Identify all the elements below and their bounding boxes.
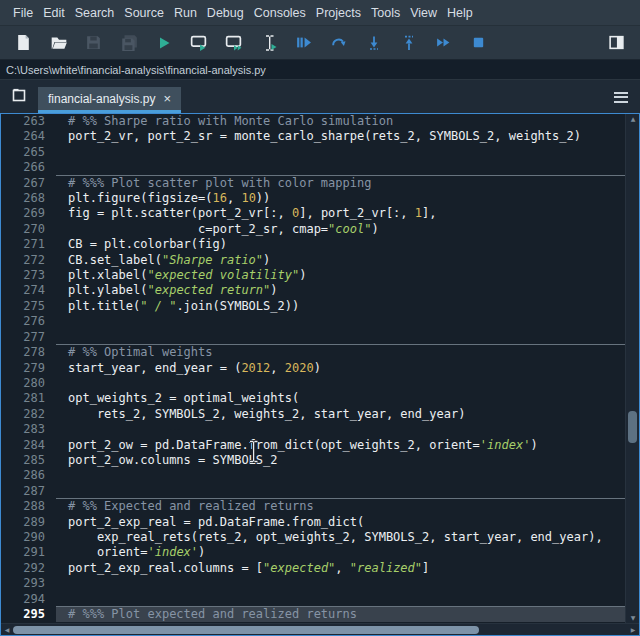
code-area[interactable]: 263# %% Sharpe ratio with Monte Carlo si… [1, 114, 639, 623]
code-line-292[interactable]: 292port_2_exp_real.columns = ["expected"… [1, 561, 625, 576]
horizontal-scrollbar[interactable]: ◀ ▶ [1, 623, 639, 635]
line-number: 294 [1, 592, 56, 607]
line-number: 280 [1, 376, 56, 391]
code-editor-pane: 263# %% Sharpe ratio with Monte Carlo si… [0, 113, 640, 636]
code-line-263[interactable]: 263# %% Sharpe ratio with Monte Carlo si… [1, 114, 625, 129]
code-line-265[interactable]: 265 [1, 145, 625, 160]
browse-tabs-button[interactable] [6, 84, 32, 110]
code-line-273[interactable]: 273plt.xlabel("expected volatility") [1, 268, 625, 283]
code-line-288[interactable]: 288# %% Expected and realized returns [1, 499, 625, 514]
save-file-button[interactable] [76, 29, 111, 57]
code-line-282[interactable]: 282 rets_2, SYMBOLS_2, weights_2, start_… [1, 407, 625, 422]
code-line-276[interactable]: 276 [1, 314, 625, 329]
main-toolbar [0, 26, 640, 60]
editor-options-button[interactable] [608, 84, 634, 110]
maximize-pane-button[interactable] [599, 29, 634, 57]
code-line-294[interactable]: 294 [1, 592, 625, 607]
vertical-scrollbar[interactable]: ▲ ▼ [625, 114, 639, 623]
menu-search[interactable]: Search [70, 6, 120, 20]
stop-debug-button[interactable] [461, 29, 496, 57]
tab-close-icon[interactable]: × [163, 92, 171, 105]
code-line-279[interactable]: 279start_year, end_year = (2012, 2020) [1, 361, 625, 376]
scroll-up-arrow[interactable]: ▲ [626, 114, 639, 124]
run-file-button[interactable] [146, 29, 181, 57]
code-line-283[interactable]: 283 [1, 422, 625, 437]
line-number: 271 [1, 237, 56, 252]
code-line-277[interactable]: 277 [1, 330, 625, 345]
vertical-scrollbar-thumb[interactable] [628, 411, 637, 443]
code-text: CB.set_label("Sharpe ratio") [56, 253, 625, 268]
code-text [56, 314, 625, 329]
menu-file[interactable]: File [8, 6, 38, 20]
code-line-287[interactable]: 287 [1, 484, 625, 499]
code-text [56, 468, 625, 483]
code-line-295[interactable]: 295# %%% Plot expected and realized retu… [1, 607, 625, 622]
line-number: 286 [1, 468, 56, 483]
line-number: 284 [1, 438, 56, 453]
code-line-275[interactable]: 275plt.title(" / ".join(SYMBOLS_2)) [1, 299, 625, 314]
new-file-button[interactable] [6, 29, 41, 57]
code-line-274[interactable]: 274plt.ylabel("expected return") [1, 283, 625, 298]
code-text [56, 330, 625, 345]
run-cell-button[interactable] [181, 29, 216, 57]
menu-tools[interactable]: Tools [366, 6, 405, 20]
menu-edit[interactable]: Edit [38, 6, 70, 20]
code-text: port_2_ow.columns = SYMBOLS_2 [56, 453, 625, 468]
code-line-289[interactable]: 289port_2_exp_real = pd.DataFrame.from_d… [1, 515, 625, 530]
tab-financial-analysis[interactable]: financial-analysis.py × [38, 87, 181, 113]
code-line-290[interactable]: 290 exp_real_rets(rets_2, opt_weights_2,… [1, 530, 625, 545]
line-number: 276 [1, 314, 56, 329]
code-line-271[interactable]: 271CB = plt.colorbar(fig) [1, 237, 625, 252]
code-line-293[interactable]: 293 [1, 576, 625, 591]
menu-help[interactable]: Help [442, 6, 478, 20]
code-line-272[interactable]: 272CB.set_label("Sharpe ratio") [1, 253, 625, 268]
menu-projects[interactable]: Projects [311, 6, 366, 20]
line-number: 290 [1, 530, 56, 545]
scroll-left-arrow[interactable]: ◀ [1, 624, 13, 636]
line-number: 285 [1, 453, 56, 468]
code-line-285[interactable]: 285port_2_ow.columns = SYMBOLS_2 [1, 453, 625, 468]
code-line-270[interactable]: 270 c=port_2_sr, cmap="cool") [1, 222, 625, 237]
open-folder-icon [50, 34, 68, 52]
step-over-button[interactable] [321, 29, 356, 57]
debug-file-button[interactable] [286, 29, 321, 57]
menu-run[interactable]: Run [169, 6, 202, 20]
code-text [56, 376, 625, 391]
step-out-button[interactable] [391, 29, 426, 57]
run-selection-button[interactable] [251, 29, 286, 57]
run-cell-icon [189, 33, 208, 52]
code-line-291[interactable]: 291 orient='index') [1, 545, 625, 560]
line-number: 282 [1, 407, 56, 422]
horizontal-scrollbar-thumb[interactable] [13, 626, 479, 634]
code-line-280[interactable]: 280 [1, 376, 625, 391]
code-text: port_2_exp_real = pd.DataFrame.from_dict… [56, 515, 625, 530]
code-line-281[interactable]: 281opt_weights_2 = optimal_weights( [1, 391, 625, 406]
code-text: # %%% Plot expected and realized returns [56, 607, 625, 622]
step-into-icon [366, 35, 382, 51]
open-file-button[interactable] [41, 29, 76, 57]
code-line-278[interactable]: 278# %% Optimal weights [1, 345, 625, 360]
code-line-284[interactable]: 284port_2_ow = pd.DataFrame.from_dict(op… [1, 438, 625, 453]
code-line-286[interactable]: 286 [1, 468, 625, 483]
hamburger-icon [614, 92, 628, 103]
line-number: 289 [1, 515, 56, 530]
code-line-269[interactable]: 269fig = plt.scatter(port_2_vr[:, 0], po… [1, 206, 625, 221]
step-into-button[interactable] [356, 29, 391, 57]
code-line-264[interactable]: 264port_2_vr, port_2_sr = monte_carlo_sh… [1, 129, 625, 144]
code-text: orient='index') [56, 545, 625, 560]
scroll-down-arrow[interactable]: ▼ [626, 613, 639, 623]
line-number: 278 [1, 345, 56, 360]
code-line-267[interactable]: 267# %%% Plot scatter plot with color ma… [1, 176, 625, 191]
code-line-268[interactable]: 268plt.figure(figsize=(16, 10)) [1, 191, 625, 206]
menu-source[interactable]: Source [119, 6, 169, 20]
scroll-right-arrow[interactable]: ▶ [627, 624, 639, 636]
menu-consoles[interactable]: Consoles [249, 6, 311, 20]
line-number: 267 [1, 176, 56, 191]
continue-execution-button[interactable] [426, 29, 461, 57]
save-all-button[interactable] [111, 29, 146, 57]
menu-view[interactable]: View [405, 6, 442, 20]
code-line-266[interactable]: 266 [1, 160, 625, 175]
run-cell-advance-button[interactable] [216, 29, 251, 57]
save-icon [85, 34, 102, 51]
menu-debug[interactable]: Debug [202, 6, 249, 20]
